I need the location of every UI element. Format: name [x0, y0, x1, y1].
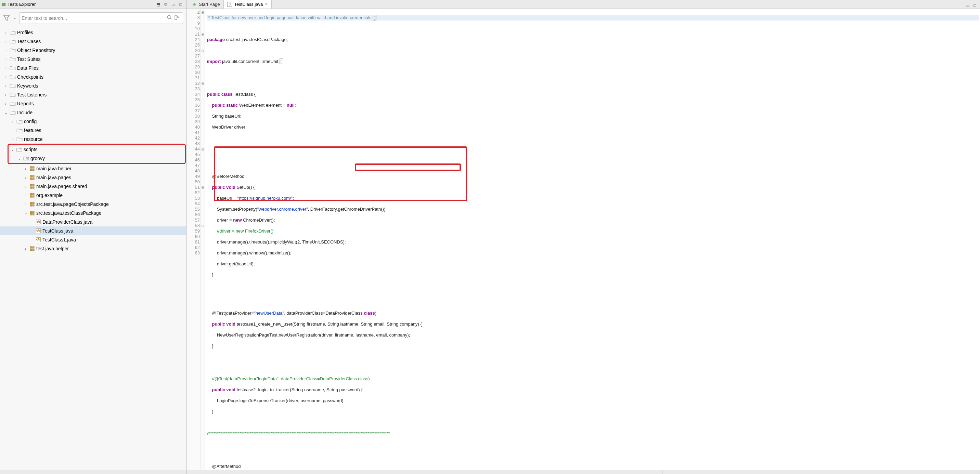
- folder-icon: [10, 56, 16, 62]
- svg-rect-19: [32, 193, 34, 195]
- code-line: import java.util.concurrent.TimeUnit;▯: [207, 59, 978, 64]
- highlighted-scripts-group: ⌄scripts ⌄<>groovy: [8, 144, 186, 164]
- chevron-right-icon[interactable]: ›: [23, 184, 28, 189]
- tree-reports[interactable]: ›Reports: [0, 99, 186, 108]
- code-line: driver = new ChromeDriver();: [207, 217, 978, 223]
- left-footer: [0, 470, 186, 474]
- svg-rect-32: [30, 249, 32, 250]
- refresh-icon[interactable]: ↻: [162, 2, 169, 8]
- maximize-icon[interactable]: □: [178, 2, 184, 8]
- code-line: [207, 81, 978, 86]
- chevron-right-icon[interactable]: ›: [3, 39, 8, 43]
- java-file-icon: </>: [36, 219, 41, 225]
- chevron-right-icon[interactable]: ›: [3, 93, 8, 97]
- code-line: public void testcase2_login_to_tracker(S…: [207, 387, 978, 393]
- star-icon: ★: [192, 2, 197, 7]
- chevron-down-icon[interactable]: ⌄: [10, 147, 15, 152]
- tree-test-listeners[interactable]: ›Test Listeners: [0, 90, 186, 99]
- tree-pkg-main-pages-shared[interactable]: ›main.java.pages.shared: [0, 182, 186, 191]
- filter-icon[interactable]: [3, 14, 10, 22]
- tree-data-files[interactable]: ›Data Files: [0, 63, 186, 73]
- chevron-right-icon[interactable]: ›: [3, 30, 8, 35]
- tree-file-test-class[interactable]: </>TestClass.java: [0, 227, 186, 235]
- chevron-down-icon[interactable]: ⌄: [17, 156, 22, 161]
- tab-start-page[interactable]: ★Start Page: [189, 0, 223, 8]
- tree-config[interactable]: ›config: [0, 117, 186, 126]
- svg-point-0: [167, 15, 170, 19]
- search-mode-icon[interactable]: [173, 15, 181, 22]
- tree-test-cases[interactable]: ›Test Cases: [0, 37, 186, 46]
- chevron-right-icon[interactable]: ›: [10, 137, 15, 141]
- tree-object-repository[interactable]: ›Object Repository: [0, 46, 186, 55]
- code-line: public void testcase1_create_new_user(St…: [207, 322, 978, 327]
- link-editor-icon[interactable]: ⬒: [155, 2, 161, 8]
- minimize-icon[interactable]: ▭: [964, 2, 970, 8]
- code-line: }: [207, 272, 978, 278]
- fold-column[interactable]: ⊕⊕⊖⊖⊖⊖⊖: [201, 9, 205, 470]
- chevron-down-icon[interactable]: ⌄: [23, 211, 28, 216]
- folder-icon: [10, 48, 16, 53]
- svg-rect-2: [175, 15, 177, 19]
- chevron-right-icon[interactable]: ›: [3, 57, 8, 61]
- tree-pkg-main-helper[interactable]: ›main.java.helper: [0, 164, 186, 173]
- project-tree[interactable]: ›Profiles ›Test Cases ›Object Repository…: [0, 27, 186, 470]
- close-icon[interactable]: ✕: [265, 2, 268, 6]
- tree-scripts[interactable]: ⌄scripts: [8, 145, 185, 154]
- tree-pkg-main-pages[interactable]: ›main.java.pages: [0, 173, 186, 182]
- code-editor[interactable]: 2891011242526272829303132333435363738394…: [186, 9, 980, 470]
- java-file-icon: J: [227, 2, 232, 7]
- code-area[interactable]: * TestClass for new user and login page …: [205, 9, 980, 470]
- chevron-right-icon[interactable]: ›: [23, 202, 28, 206]
- chevron-right-icon[interactable]: ›: [3, 48, 8, 52]
- code-line: [207, 135, 978, 141]
- chevron-right-icon[interactable]: ›: [23, 193, 28, 197]
- app-icon: [2, 3, 5, 6]
- chevron-right-icon[interactable]: ›: [3, 84, 8, 88]
- tree-profiles[interactable]: ›Profiles: [0, 28, 186, 37]
- code-line: NewUserRegistrationPageTest.newUserRegis…: [207, 333, 978, 338]
- filter-dropdown-icon[interactable]: ▾: [12, 14, 17, 22]
- tree-groovy[interactable]: ⌄<>groovy: [8, 154, 185, 163]
- tree-pkg-test-class[interactable]: ⌄src.test.java.testClassPackage: [0, 209, 186, 217]
- tree-keywords[interactable]: ›Keywords: [0, 81, 186, 90]
- tree-features[interactable]: ›features: [0, 126, 186, 135]
- chevron-right-icon[interactable]: ›: [3, 66, 8, 70]
- package-icon: [29, 210, 35, 216]
- tab-test-class[interactable]: JTestClass.java✕: [223, 0, 272, 8]
- code-line: baseUrl = "https://signup.heroku.com/";: [207, 196, 978, 201]
- svg-rect-7: [32, 166, 34, 168]
- chevron-right-icon[interactable]: ›: [3, 75, 8, 79]
- tree-resource[interactable]: ›resource: [0, 135, 186, 144]
- tree-test-suites[interactable]: ›Test Suites: [0, 55, 186, 63]
- search-icon[interactable]: [165, 15, 173, 22]
- code-line: }: [207, 343, 978, 349]
- chevron-right-icon[interactable]: ›: [23, 166, 28, 171]
- line-number-gutter: 2891011242526272829303132333435363738394…: [186, 9, 201, 470]
- chevron-right-icon[interactable]: ›: [3, 101, 8, 106]
- chevron-right-icon[interactable]: ›: [10, 119, 15, 124]
- tree-pkg-page-objects[interactable]: ›src.test.java.pageObjectsPackage: [0, 200, 186, 209]
- java-file-icon: </>: [36, 237, 41, 243]
- maximize-icon[interactable]: □: [972, 2, 978, 8]
- tree-pkg-test-helper[interactable]: ›test.java.helper: [0, 244, 186, 253]
- code-line: //driver = new FirefoxDriver();: [207, 228, 978, 234]
- minimize-icon[interactable]: ▭: [170, 2, 176, 8]
- source-folder-icon: <>: [23, 155, 29, 161]
- tree-file-test-class1[interactable]: </>TestClass1.java: [0, 235, 186, 244]
- tree-pkg-org-example[interactable]: ›org.example: [0, 191, 186, 200]
- chevron-right-icon[interactable]: ›: [10, 128, 15, 132]
- code-line: [207, 300, 978, 305]
- svg-rect-10: [30, 176, 32, 177]
- tree-file-data-provider[interactable]: </>DataProviderClass.java: [0, 217, 186, 227]
- tree-checkpoints[interactable]: ›Checkpoints: [0, 73, 186, 81]
- code-line: [207, 48, 978, 53]
- code-line: @AfterMethod: [207, 464, 978, 469]
- chevron-right-icon[interactable]: ›: [23, 247, 28, 250]
- svg-rect-6: [30, 166, 32, 168]
- folder-icon: [10, 39, 16, 44]
- search-input[interactable]: [22, 15, 165, 21]
- folder-icon: [10, 83, 16, 89]
- chevron-down-icon[interactable]: ⌄: [3, 111, 8, 115]
- tree-include[interactable]: ⌄Include: [0, 108, 186, 117]
- chevron-right-icon[interactable]: ›: [23, 176, 28, 179]
